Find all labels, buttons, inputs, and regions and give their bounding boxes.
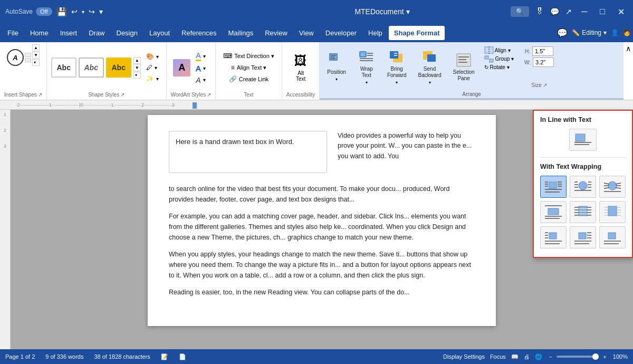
focus-btn[interactable]: Focus <box>490 353 506 360</box>
page-info: Page 1 of 2 <box>5 353 35 360</box>
shape-thumb-2[interactable] <box>25 58 31 62</box>
svg-line-46 <box>616 183 621 184</box>
collapse-ribbon-btn[interactable]: ∧ <box>624 42 633 100</box>
ribbon-scroll-btns[interactable]: ▲ ▼ ▾ <box>32 44 40 66</box>
quick-styles-btn[interactable]: A <box>173 59 190 76</box>
zoom-level[interactable]: 100% <box>613 353 628 360</box>
zoom-out-btn[interactable]: － <box>548 353 553 361</box>
wordart-expand[interactable]: ↗ <box>207 92 211 98</box>
shape-outline-btn[interactable]: 🖊 ▾ <box>143 63 162 72</box>
square-option[interactable] <box>540 176 567 198</box>
tight-option[interactable] <box>570 176 596 198</box>
selection-pane-btn[interactable]: SelectionPane <box>447 44 479 90</box>
document-page: Here is a hand drawn text box in Word. V… <box>148 115 496 326</box>
style-box-1[interactable]: Abc <box>51 58 76 78</box>
width-input[interactable]: 3.2" <box>533 58 554 67</box>
wrap-text-dropdown[interactable]: In Line with Text With Text Wrapping <box>533 110 633 258</box>
align-text-btn[interactable]: ≡ Align Text ▾ <box>228 63 270 72</box>
svg-rect-11 <box>390 51 398 59</box>
menu-home[interactable]: Home <box>25 26 54 40</box>
group-btn[interactable]: Group ▾ <box>484 55 514 63</box>
through-option[interactable] <box>599 176 626 198</box>
inline-option[interactable] <box>569 129 597 151</box>
editing-btn[interactable]: ✏️ Editing ▾ <box>572 29 607 36</box>
size-expand[interactable]: ↗ <box>543 82 547 88</box>
svg-rect-60 <box>579 206 587 216</box>
search-box[interactable]: 🔍 <box>511 6 529 17</box>
style-box-3[interactable]: Abc <box>106 58 131 78</box>
customize-icon[interactable]: ▾ <box>99 7 103 16</box>
read-view-icon[interactable]: 📖 <box>511 353 519 360</box>
align-btn[interactable]: Align ▾ Group ▾ ↻ Rotate ▾ <box>481 44 517 90</box>
text-effects-btn[interactable]: A ▾ <box>193 75 208 85</box>
menu-references[interactable]: References <box>176 26 222 40</box>
create-link-btn[interactable]: 🔗 Create Link <box>226 74 272 84</box>
menu-insert[interactable]: Insert <box>55 26 83 40</box>
style-box-2[interactable]: Abc <box>79 58 104 78</box>
print-view-icon[interactable]: 🖨 <box>524 353 530 360</box>
menu-mailings[interactable]: Mailings <box>223 26 259 40</box>
alt-text-btn[interactable]: 🖼 AltText <box>290 51 311 84</box>
shape-styles-group: Abc Abc Abc ▲ ▼ ▾ 🎨 ▾ 🖊 ▾ ✨ ▾ <box>47 42 167 100</box>
minimize-btn[interactable]: ─ <box>578 6 590 17</box>
rotate-btn[interactable]: ↻ Rotate ▾ <box>484 64 514 70</box>
height-input[interactable]: 1.5" <box>532 46 553 56</box>
zoom-slider[interactable]: － ＋ <box>548 353 608 361</box>
infront-option[interactable] <box>599 201 626 223</box>
collab-icon[interactable]: 👤 <box>611 29 619 36</box>
menu-review[interactable]: Review <box>260 26 293 40</box>
menu-design[interactable]: Design <box>111 26 143 40</box>
insert-shapes-expand[interactable]: ↗ <box>38 92 42 98</box>
shape-fill-btn[interactable]: 🎨 ▾ <box>143 52 162 61</box>
top-bottom-option[interactable] <box>540 201 567 223</box>
share-icon[interactable]: ↗ <box>565 7 572 16</box>
option-r3-1[interactable] <box>540 226 567 248</box>
menu-layout[interactable]: Layout <box>144 26 175 40</box>
menu-view[interactable]: View <box>294 26 319 40</box>
position-btn[interactable]: Position ▾ <box>322 44 351 90</box>
save-icon[interactable]: 💾 <box>56 7 67 17</box>
wordart-styles-label: WordArt Styles ↗ <box>171 91 212 98</box>
edit-mode-icon[interactable]: 📝 <box>161 353 168 360</box>
text-fill-btn[interactable]: A ▾ <box>193 50 208 62</box>
display-settings-btn[interactable]: Display Settings <box>443 353 485 360</box>
bring-forward-btn[interactable]: BringForward ▾ <box>382 44 412 90</box>
redo-icon[interactable]: ↪ <box>89 7 95 16</box>
shapes-selector[interactable]: A <box>7 49 31 66</box>
option-r3-2[interactable] <box>570 226 596 248</box>
shape-styles-expand[interactable]: ↗ <box>120 92 124 98</box>
close-btn[interactable]: ✕ <box>615 6 628 18</box>
shape-effects-btn[interactable]: ✨ ▾ <box>143 74 162 83</box>
autosave-group: AutoSave Off <box>5 7 52 16</box>
zoom-in-btn[interactable]: ＋ <box>602 353 608 361</box>
comments-btn[interactable]: 💬 <box>557 28 568 38</box>
section2-title: With Text Wrapping <box>540 163 626 170</box>
menu-help[interactable]: Help <box>363 26 388 40</box>
person-icon[interactable]: 🧑 <box>623 29 631 36</box>
style-scroll-btns[interactable]: ▲ ▼ ▾ <box>133 57 141 79</box>
undo-dropdown-icon[interactable]: ▾ <box>82 9 84 15</box>
ruler-marker[interactable] <box>193 102 197 109</box>
maximize-btn[interactable]: □ <box>597 6 608 17</box>
page-view-icon[interactable]: 📄 <box>179 353 186 360</box>
comments-icon[interactable]: 💬 <box>550 7 559 16</box>
option-r3-3[interactable] <box>599 226 626 248</box>
menu-developer[interactable]: Developer <box>320 26 362 40</box>
undo-icon[interactable]: ↩ <box>71 7 78 16</box>
zoom-thumb[interactable] <box>592 353 599 360</box>
behind-option[interactable] <box>570 201 596 223</box>
circle-shape[interactable]: A <box>7 49 24 66</box>
zoom-track[interactable] <box>557 356 599 358</box>
text-box[interactable]: Here is a hand drawn text box in Word. <box>169 131 327 173</box>
menu-draw[interactable]: Draw <box>83 26 110 40</box>
shape-thumb-1[interactable] <box>25 53 31 57</box>
wrap-text-btn[interactable]: WrapText ▾ <box>352 44 381 90</box>
menu-shape-format[interactable]: Shape Format <box>389 26 445 40</box>
autosave-toggle[interactable]: Off <box>36 7 52 16</box>
menu-file[interactable]: File <box>2 26 24 40</box>
text-direction-btn[interactable]: ⌨ Text Direction ▾ <box>220 51 277 61</box>
web-view-icon[interactable]: 🌐 <box>535 353 542 360</box>
ribbon-icon[interactable]: 🎖 <box>535 7 544 16</box>
send-backward-btn[interactable]: SendBackward ▾ <box>413 44 447 90</box>
text-outline-btn[interactable]: A ▾ <box>193 63 208 74</box>
